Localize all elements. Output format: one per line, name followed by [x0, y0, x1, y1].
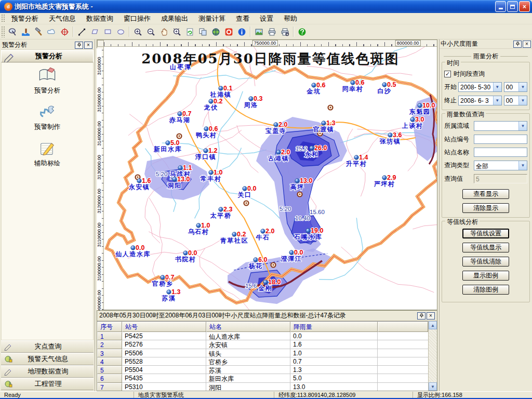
map-canvas[interactable]: 5.2010.4015.25.2015.6010.4015.6山枣潭0.1社港镇… — [104, 47, 437, 310]
map-station[interactable]: 0.1社港镇 — [210, 85, 233, 98]
zoom-in-button[interactable] — [131, 25, 144, 38]
zoom-out-button[interactable] — [144, 25, 157, 38]
station-marker-icon[interactable] — [196, 223, 201, 228]
column-header[interactable]: 站名 — [206, 322, 290, 332]
station-marker-icon[interactable] — [219, 86, 223, 90]
menu-item-6[interactable]: 查看 — [231, 12, 255, 25]
table-row[interactable]: 1P5425仙人造水库0.0 — [97, 332, 428, 340]
end-hour-combobox[interactable]: 00▼ — [504, 96, 527, 105]
chevron-down-icon[interactable]: ▼ — [518, 96, 527, 105]
polygon-button[interactable] — [88, 25, 101, 38]
end-date-combobox[interactable]: 2008- 6- 3▼ — [458, 96, 502, 105]
station-marker-icon[interactable] — [354, 155, 358, 159]
station-marker-icon[interactable] — [410, 117, 415, 122]
hammer-button[interactable] — [32, 25, 45, 38]
help-button[interactable] — [296, 25, 309, 38]
clear-display-button[interactable]: 清除显示 — [462, 203, 509, 213]
right-panel-close-button[interactable]: × — [523, 41, 531, 48]
menu-item-0[interactable]: 预警分析 — [6, 12, 44, 25]
station-marker-icon[interactable] — [322, 121, 326, 125]
station-id-input[interactable] — [474, 135, 527, 144]
ellipse-button[interactable] — [114, 25, 127, 38]
menu-item-3[interactable]: 窗口操作 — [118, 12, 156, 25]
map-station[interactable]: 0.7官桥乡 — [152, 274, 175, 287]
map-station[interactable]: 1.3苏溪 — [162, 288, 181, 302]
station-marker-icon[interactable] — [351, 81, 355, 85]
sidebar-group-3[interactable]: 工程管理 — [1, 378, 94, 390]
chevron-down-icon[interactable]: ▼ — [493, 96, 501, 105]
map-station[interactable]: 0.6鸭头村 — [196, 125, 218, 139]
sidebar-group-0[interactable]: 灾点查询 — [1, 340, 94, 353]
table-row[interactable]: 6P5435新田水库5.0 — [97, 374, 428, 382]
station-marker-icon[interactable] — [382, 176, 387, 180]
map-station[interactable]: 1.3官渡镇 — [313, 119, 336, 133]
toolbar-gripper[interactable] — [1, 26, 5, 37]
station-marker-icon[interactable] — [183, 251, 188, 255]
sidebar-item-0[interactable]: 预警分析 — [2, 66, 93, 102]
sidebar-group-1[interactable]: 预警天气信息 — [1, 353, 94, 365]
map-station[interactable]: 2.0牛石 — [256, 228, 275, 241]
station-marker-icon[interactable] — [263, 280, 268, 284]
sidebar-item-2[interactable]: 辅助标绘 — [2, 139, 93, 175]
line-button[interactable] — [75, 25, 88, 38]
menu-item-4[interactable]: 成果输出 — [156, 12, 193, 25]
contour-button-4[interactable]: 清除图例 — [462, 285, 509, 295]
station-marker-icon[interactable] — [209, 99, 213, 103]
right-panel-pin-button[interactable] — [513, 41, 522, 48]
map-station[interactable]: 0.0澄潭江 — [281, 249, 303, 262]
flood-button[interactable] — [19, 25, 32, 38]
map-station[interactable]: 0.7赤马湖 — [169, 110, 192, 124]
map-station[interactable]: 0.0关口 — [237, 185, 257, 198]
globe-button[interactable] — [209, 25, 222, 38]
menu-item-1[interactable]: 天气信息 — [44, 12, 81, 25]
contour-button-1[interactable]: 等值线显示 — [462, 243, 509, 252]
station-marker-icon[interactable] — [172, 177, 177, 181]
show-display-button[interactable]: 查看显示 — [462, 189, 509, 199]
map-station[interactable]: 0.2龙伏 — [204, 98, 223, 111]
data-panel-close-button[interactable]: × — [427, 312, 435, 320]
restore-button[interactable] — [507, 1, 518, 12]
map-station[interactable]: 0.0书院村 — [175, 249, 197, 263]
station-marker-icon[interactable] — [243, 187, 247, 191]
rectangle-button[interactable] — [101, 25, 114, 38]
scroll-up-button[interactable]: ▲ — [429, 321, 437, 329]
table-row[interactable]: 7P5310洞阳13.0 — [97, 383, 428, 391]
station-marker-icon[interactable] — [310, 146, 314, 150]
time-range-checkbox[interactable]: ✓ — [444, 71, 451, 77]
scroll-down-button[interactable]: ▼ — [429, 382, 437, 391]
chevron-down-icon[interactable]: ▼ — [493, 83, 501, 91]
map-station[interactable]: 0.0仙人造水库 — [115, 244, 151, 258]
station-marker-icon[interactable] — [204, 127, 208, 131]
target-button[interactable] — [58, 25, 71, 38]
radar-button[interactable] — [6, 25, 19, 38]
chevron-down-icon[interactable]: ▼ — [518, 122, 527, 130]
station-marker-icon[interactable] — [418, 103, 422, 108]
table-row[interactable]: 3P5506镇头1.0 — [97, 349, 428, 357]
station-marker-icon[interactable] — [178, 166, 182, 170]
minimize-button[interactable] — [495, 1, 506, 12]
left-panel-close-button[interactable]: × — [84, 42, 92, 49]
stop-button[interactable] — [222, 25, 235, 38]
left-panel-pin-button[interactable] — [75, 42, 83, 49]
station-marker-icon[interactable] — [178, 112, 182, 116]
copy-button[interactable] — [196, 25, 209, 38]
table-scrollbar[interactable]: ▲ ▼ — [428, 321, 437, 391]
contour-button-2[interactable]: 等值线清除 — [462, 257, 509, 267]
menu-item-8[interactable]: 帮助 — [278, 12, 302, 25]
station-marker-icon[interactable] — [131, 246, 135, 250]
data-panel-pin-button[interactable] — [417, 312, 425, 320]
map-station[interactable]: 5.0新田水库 — [153, 139, 182, 153]
cloud-button[interactable] — [45, 25, 58, 38]
station-marker-icon[interactable] — [388, 133, 392, 137]
map-station[interactable]: 1.4升平村 — [345, 154, 368, 167]
contour-button-3[interactable]: 显示图例 — [462, 271, 509, 281]
map-station[interactable]: 0.2青草社区 — [220, 231, 248, 244]
pan-button[interactable] — [157, 25, 170, 38]
station-marker-icon[interactable] — [167, 290, 171, 294]
table-row[interactable]: 4P5528官桥乡0.7 — [97, 357, 428, 366]
print-button[interactable] — [265, 25, 278, 38]
map-station[interactable]: 1.6永安镇 — [128, 177, 151, 191]
map-station[interactable]: 1.0乌石村 — [188, 222, 210, 235]
station-marker-icon[interactable] — [306, 229, 310, 233]
station-marker-icon[interactable] — [382, 83, 387, 87]
